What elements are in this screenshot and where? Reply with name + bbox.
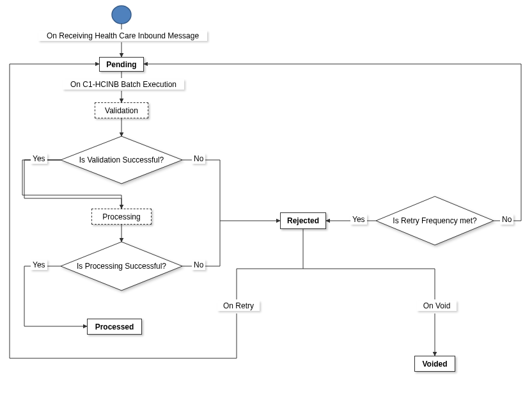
decision-processing: Is Processing Successful? [61,242,182,290]
decision-retry: Is Retry Frequency met? [376,196,494,245]
decision-processing-text: Is Processing Successful? [61,242,182,290]
start-circle-icon [112,6,131,24]
validation-no-label: No [192,154,205,164]
on-void-label: On Void [417,301,457,311]
start-event-label: On Receiving Health Care Inbound Message [38,31,207,41]
validation-yes-label: Yes [31,154,47,164]
state-rejected: Rejected [280,212,326,229]
retry-yes-label: Yes [350,214,367,225]
state-voided: Voided [414,356,455,372]
processing-yes-label: Yes [31,260,47,270]
on-retry-label: On Retry [217,301,260,311]
state-processed: Processed [87,319,142,335]
state-pending: Pending [99,57,144,72]
decision-validation: Is Validation Successful? [61,136,182,184]
decision-validation-text: Is Validation Successful? [61,136,182,184]
decision-retry-text: Is Retry Frequency met? [376,196,494,245]
batch-event-label: On C1-HCINB Batch Execution [63,79,184,90]
state-validation: Validation [95,102,148,118]
retry-no-label: No [500,214,513,225]
state-processing: Processing [91,209,152,225]
processing-no-label: No [192,260,205,270]
